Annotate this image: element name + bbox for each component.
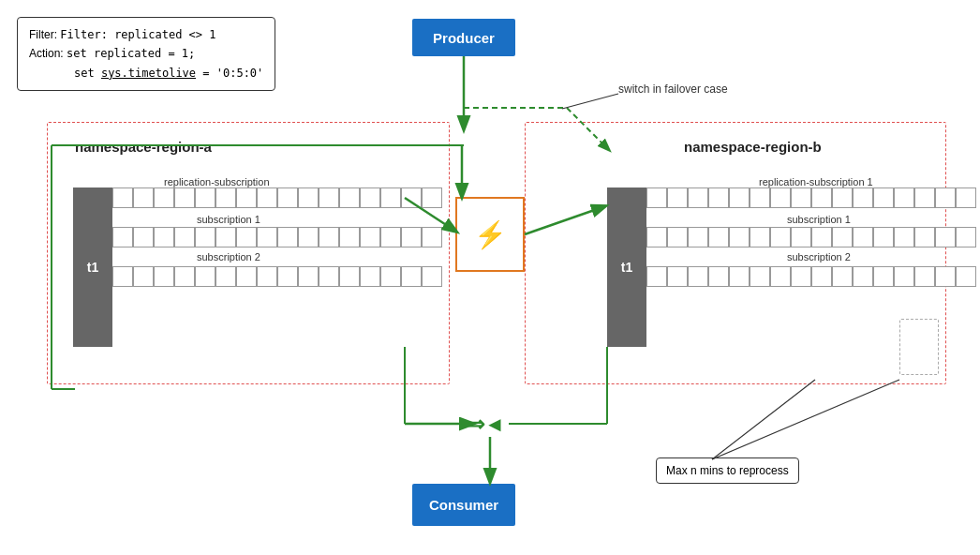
repl-sub-b-label: replication-subscription 1	[759, 176, 873, 188]
cell	[811, 227, 832, 248]
cell	[853, 227, 873, 248]
cell	[319, 227, 339, 248]
cell	[401, 188, 422, 208]
cell	[422, 227, 442, 248]
t1-b-label: t1	[607, 188, 646, 347]
cell	[319, 188, 339, 208]
cell	[750, 227, 770, 248]
consumer-label: Consumer	[429, 497, 498, 513]
cell	[215, 266, 236, 287]
producer-box: Producer	[412, 19, 515, 56]
cell	[380, 266, 401, 287]
region-a-label: namespace-region-a	[75, 139, 212, 155]
cell	[154, 227, 174, 248]
cell	[360, 188, 380, 208]
broker-icon: ⚡	[474, 219, 507, 250]
cell	[811, 188, 832, 208]
cell	[195, 227, 215, 248]
cell	[277, 227, 298, 248]
cell	[380, 227, 401, 248]
cell	[215, 227, 236, 248]
filter-action-box: Filter: Filter: replicated <> 1 Action: …	[17, 17, 275, 91]
cell	[688, 227, 708, 248]
cell	[174, 227, 195, 248]
cell	[708, 227, 729, 248]
filter-line: Filter: Filter: replicated <> 1	[29, 25, 263, 44]
cell	[112, 227, 133, 248]
repl-sub-a-label: replication-subscription	[164, 176, 270, 188]
cell	[646, 188, 667, 208]
cell	[935, 266, 956, 287]
cell	[257, 227, 277, 248]
cell	[873, 227, 894, 248]
region-b-small-dashed	[899, 319, 939, 375]
cell	[935, 227, 956, 248]
cell	[956, 188, 976, 208]
cell	[646, 227, 667, 248]
cell	[811, 266, 832, 287]
action-line2: set sys.timetolive = '0:5:0'	[29, 64, 263, 82]
cell	[174, 188, 195, 208]
cell	[422, 266, 442, 287]
cell	[770, 266, 791, 287]
cell	[873, 188, 894, 208]
cell	[112, 188, 133, 208]
cell	[914, 188, 935, 208]
cell	[770, 188, 791, 208]
cell	[401, 227, 422, 248]
cell	[133, 266, 154, 287]
cell	[770, 227, 791, 248]
cell	[667, 188, 688, 208]
cell	[195, 188, 215, 208]
failover-label: switch in failover case	[618, 82, 728, 96]
cell	[791, 266, 811, 287]
region-b-label: namespace-region-b	[684, 139, 822, 155]
max-mins-label: Max n mins to reprocess	[656, 458, 799, 484]
queue-row-repl-b	[646, 188, 976, 208]
cell	[215, 188, 236, 208]
cell	[360, 266, 380, 287]
producer-label: Producer	[433, 30, 495, 46]
queue-row-sub1-a	[112, 227, 442, 248]
queue-row-sub2-a	[112, 266, 442, 287]
cell	[832, 227, 853, 248]
cell	[236, 266, 257, 287]
cell	[708, 188, 729, 208]
cell	[339, 266, 360, 287]
cell	[729, 188, 750, 208]
cell	[853, 266, 873, 287]
cell	[667, 227, 688, 248]
cell	[750, 266, 770, 287]
consumer-box: Consumer	[412, 484, 515, 526]
max-mins-line2	[712, 380, 815, 459]
cell	[914, 266, 935, 287]
cell	[853, 188, 873, 208]
cell	[646, 266, 667, 287]
cell	[688, 188, 708, 208]
cell	[422, 188, 442, 208]
cell	[688, 266, 708, 287]
cell	[729, 227, 750, 248]
cell	[380, 188, 401, 208]
cell	[791, 188, 811, 208]
cell	[154, 266, 174, 287]
diagram-container: Filter: Filter: replicated <> 1 Action: …	[0, 0, 980, 555]
cell	[956, 266, 976, 287]
queue-row-sub2-b	[646, 266, 976, 287]
cell	[832, 188, 853, 208]
cell	[956, 227, 976, 248]
cell	[894, 188, 914, 208]
cell	[133, 227, 154, 248]
queue-row-repl-a	[112, 188, 442, 208]
cell	[236, 188, 257, 208]
merge-symbol: ⇒◄	[468, 412, 505, 437]
cell	[277, 266, 298, 287]
action-value1: set replicated = 1;	[67, 47, 195, 60]
filter-value: Filter: replicated <> 1	[60, 28, 215, 41]
cell	[277, 188, 298, 208]
failover-callout-line	[562, 94, 618, 109]
cell	[832, 266, 853, 287]
cell	[319, 266, 339, 287]
cell	[236, 227, 257, 248]
cell	[401, 266, 422, 287]
